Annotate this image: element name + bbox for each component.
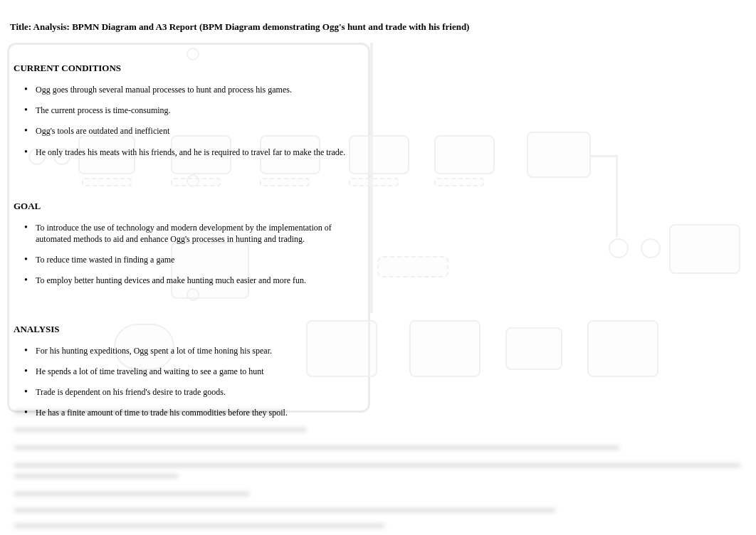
list-goal: To introduce the use of technology and m…: [24, 222, 746, 287]
blurred-line: ▬▬▬▬▬▬▬▬▬▬▬▬▬▬▬▬▬▬▬▬▬▬▬▬▬▬▬▬▬▬▬: [14, 487, 249, 498]
heading-current-conditions: CURRENT CONDITIONS: [14, 63, 746, 74]
blurred-line: ▬▬▬▬▬▬▬▬▬▬▬▬▬▬▬▬▬▬▬▬: [14, 470, 178, 480]
list-current-conditions: Ogg goes through several manual processe…: [24, 84, 746, 158]
list-item: Ogg's tools are outdated and inefficient: [24, 125, 352, 137]
heading-goal: GOAL: [14, 201, 746, 212]
list-item: To introduce the use of technology and m…: [24, 222, 352, 245]
heading-analysis: ANALYSIS: [14, 324, 746, 335]
section-goal: GOAL To introduce the use of technology …: [10, 201, 746, 287]
list-analysis: For his hunting expeditions, Ogg spent a…: [24, 345, 746, 419]
list-item: The current process is time-consuming.: [24, 105, 352, 116]
blurred-line: ▬▬▬▬▬▬▬▬▬▬▬▬▬▬▬▬▬▬▬▬▬▬▬▬▬▬▬▬▬▬▬▬▬▬▬▬▬▬▬▬…: [14, 504, 555, 514]
list-item: He has a finite amount of time to trade …: [24, 407, 352, 418]
list-item: For his hunting expeditions, Ogg spent a…: [24, 345, 352, 356]
list-item: Trade is dependent on his friend's desir…: [24, 386, 352, 398]
list-item: He only trades his meats with his friend…: [24, 147, 352, 158]
list-item: He spends a lot of time traveling and wa…: [24, 366, 352, 377]
section-analysis: ANALYSIS For his hunting expeditions, Og…: [10, 324, 746, 419]
section-current-conditions: CURRENT CONDITIONS Ogg goes through seve…: [10, 63, 746, 158]
list-item: To employ better hunting devices and mak…: [24, 275, 352, 286]
document-content: Title: Analysis: BPMN Diagram and A3 Rep…: [0, 0, 756, 471]
blurred-line: ▬▬▬▬▬▬▬▬▬▬▬▬▬▬▬▬▬▬▬▬▬▬▬▬▬▬▬▬▬▬▬▬▬▬▬▬▬▬▬▬…: [14, 519, 384, 530]
page-title: Title: Analysis: BPMN Diagram and A3 Rep…: [10, 21, 746, 33]
list-item: To reduce time wasted in finding a game: [24, 254, 352, 265]
list-item: Ogg goes through several manual processe…: [24, 84, 352, 95]
